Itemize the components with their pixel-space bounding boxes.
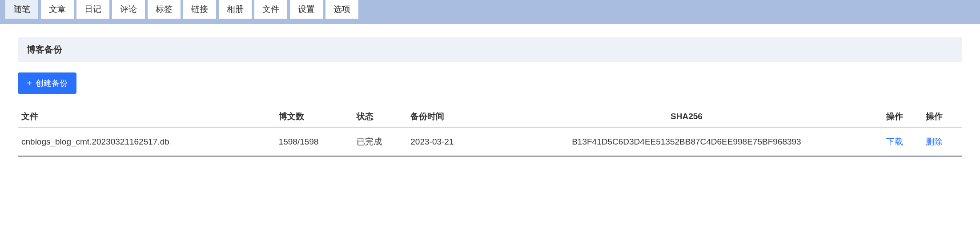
tab-links[interactable]: 链接	[183, 0, 216, 19]
tab-files[interactable]: 文件	[254, 0, 287, 19]
cell-backup-time: 2023-03-21	[407, 128, 490, 157]
download-link[interactable]: 下载	[886, 137, 903, 146]
tab-settings[interactable]: 设置	[290, 0, 323, 19]
table-row: cnblogs_blog_cmt.20230321162517.db 1598/…	[18, 128, 962, 157]
col-sha256: SHA256	[490, 105, 883, 128]
backup-table: 文件 博文数 状态 备份时间 SHA256 操作 操作 cnblogs_blog…	[18, 105, 962, 157]
section-title: 博客备份	[18, 37, 962, 62]
tab-essays[interactable]: 随笔	[5, 0, 38, 19]
cell-status: 已完成	[353, 128, 407, 157]
col-action1: 操作	[883, 105, 923, 128]
plus-icon: +	[27, 79, 32, 88]
cell-download: 下载	[883, 128, 923, 157]
cell-file: cnblogs_blog_cmt.20230321162517.db	[18, 128, 275, 157]
col-file: 文件	[18, 105, 275, 128]
col-post-count: 博文数	[275, 105, 353, 128]
tab-articles[interactable]: 文章	[41, 0, 74, 19]
content-area: 博客备份 + 创建备份 文件 博文数 状态 备份时间 SHA256 操作 操作 …	[0, 24, 980, 170]
tab-diary[interactable]: 日记	[76, 0, 109, 19]
create-backup-button[interactable]: + 创建备份	[18, 72, 76, 94]
col-status: 状态	[353, 105, 407, 128]
tab-comments[interactable]: 评论	[112, 0, 145, 19]
tab-options[interactable]: 选项	[325, 0, 358, 19]
create-backup-label: 创建备份	[36, 78, 68, 88]
cell-post-count: 1598/1598	[275, 128, 353, 157]
col-action2: 操作	[922, 105, 962, 128]
delete-link[interactable]: 删除	[926, 137, 943, 146]
cell-delete: 删除	[922, 128, 962, 157]
tab-tags[interactable]: 标签	[148, 0, 181, 19]
tab-albums[interactable]: 相册	[219, 0, 252, 19]
tab-bar: 随笔 文章 日记 评论 标签 链接 相册 文件 设置 选项	[0, 0, 980, 24]
col-backup-time: 备份时间	[407, 105, 490, 128]
cell-sha256: B13F41D5C6D3D4EE51352BB87C4D6EE998E75BF9…	[490, 128, 883, 157]
